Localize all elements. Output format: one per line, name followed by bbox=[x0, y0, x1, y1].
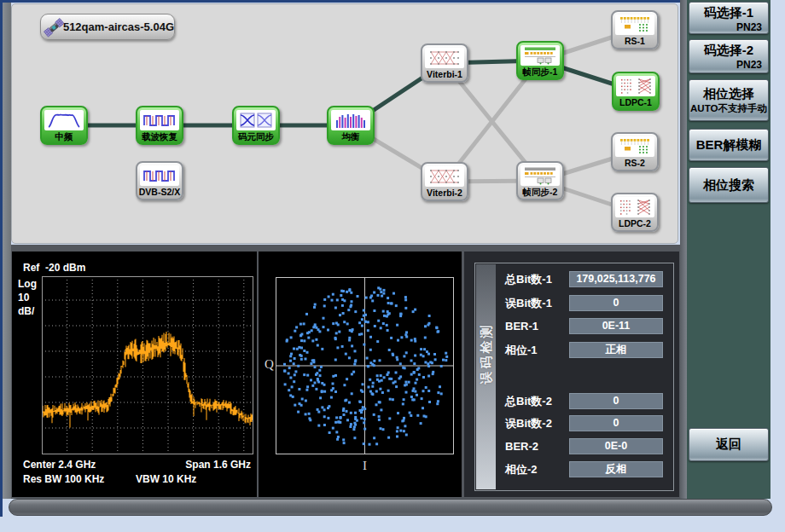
ber-row-label: 相位-1 bbox=[505, 342, 538, 358]
ber-row-value: 179,025,113,776 bbox=[569, 271, 663, 287]
q-axis-label: Q bbox=[265, 357, 274, 372]
trellis-icon bbox=[427, 167, 462, 186]
ref-value: -20 dBm bbox=[45, 262, 85, 274]
spectrum-icon bbox=[47, 111, 81, 130]
node-label: 码元同步 bbox=[238, 130, 274, 143]
ber-row-value: 0E-0 bbox=[569, 438, 663, 454]
signal-title: 512qam-aircas-5.04G bbox=[63, 20, 174, 33]
node-label: LDPC-2 bbox=[619, 217, 651, 230]
ber-row-value: 0 bbox=[569, 415, 663, 431]
i-axis-label: I bbox=[363, 459, 367, 473]
phase-select-button[interactable]: 相位选择 AUTO不支持手动 bbox=[689, 79, 769, 121]
span-freq: Span 1.6 GHz bbox=[185, 459, 251, 471]
node-label: Viterbi-1 bbox=[427, 68, 462, 81]
ber-row-value: 0 bbox=[569, 393, 663, 409]
node-label: 帧同步-1 bbox=[523, 66, 558, 78]
node-frame-sync-1[interactable]: 帧同步-1 bbox=[516, 41, 564, 80]
node-frame-sync-2[interactable]: 帧同步-2 bbox=[516, 161, 564, 200]
ber-row-label: BER-2 bbox=[505, 438, 538, 454]
ref-label: Ref bbox=[23, 262, 39, 274]
scale-10: 10 bbox=[18, 292, 29, 304]
satellite-icon bbox=[43, 14, 65, 40]
node-if[interactable]: 中频 bbox=[40, 106, 88, 145]
node-label: 均衡 bbox=[342, 130, 360, 143]
ber-row-label: 误Bit数-1 bbox=[505, 295, 552, 311]
node-label: 载波恢复 bbox=[142, 130, 177, 143]
ber-side-label: 误码检测 bbox=[478, 322, 494, 384]
bottom-frame-bar bbox=[9, 499, 772, 516]
signal-title-button[interactable]: 512qam-aircas-5.04G bbox=[40, 14, 175, 40]
node-label: 帧同步-2 bbox=[523, 186, 558, 199]
node-label: DVB-S2/X bbox=[139, 186, 180, 199]
ber-row-value: 反相 bbox=[569, 461, 663, 477]
node-symbol-sync[interactable]: 码元同步 bbox=[232, 106, 280, 145]
node-carrier-recovery[interactable]: 载波恢复 bbox=[136, 106, 183, 145]
ber-row-value: 0 bbox=[569, 295, 663, 311]
rs-coder-icon bbox=[618, 15, 652, 34]
back-button[interactable]: 返回 bbox=[689, 428, 769, 461]
eye-diagram-icon bbox=[239, 111, 273, 130]
ldpc-matrix-icon bbox=[619, 77, 653, 95]
frame-structure-icon bbox=[522, 166, 558, 185]
node-label: LDPC-1 bbox=[619, 96, 652, 109]
ber-panel: 误码检测 总Bit数-1 179,025,113,776 误Bit数-1 0 B… bbox=[464, 252, 679, 497]
node-rs-1[interactable]: RS-1 bbox=[611, 10, 659, 49]
center-freq: Center 2.4 GHz bbox=[23, 459, 96, 471]
frame-gray-strip bbox=[3, 3, 11, 499]
ber-deambiguity-button[interactable]: BER解模糊 bbox=[689, 129, 769, 161]
node-dvb-s2x[interactable]: DVB-S2/X bbox=[136, 161, 183, 200]
trellis-icon bbox=[427, 49, 462, 67]
node-viterbi-2[interactable]: Viterbi-2 bbox=[421, 162, 468, 201]
rs-coder-icon bbox=[618, 137, 652, 156]
node-label: 中频 bbox=[55, 130, 73, 143]
node-ldpc-2[interactable]: LDPC-2 bbox=[611, 193, 659, 232]
ber-row-value: 0E-11 bbox=[569, 318, 663, 334]
ldpc-matrix-icon bbox=[618, 198, 652, 217]
node-equalizer[interactable]: 均衡 bbox=[327, 106, 375, 145]
square-wave-icon bbox=[142, 111, 177, 130]
ber-row-label: 总Bit数-2 bbox=[505, 393, 552, 409]
spectrum-panel: Ref -20 dBm Log 10 dB/ Center 2.4 GHz Sp… bbox=[12, 252, 257, 497]
node-label: RS-2 bbox=[625, 157, 645, 170]
ber-row-label: 总Bit数-1 bbox=[505, 271, 552, 287]
constellation-plot bbox=[276, 277, 454, 454]
node-viterbi-1[interactable]: Viterbi-1 bbox=[421, 43, 468, 83]
constellation-panel: Q I bbox=[259, 252, 462, 497]
spectrum-plot bbox=[42, 276, 253, 454]
scale-db: dB/ bbox=[18, 305, 34, 317]
ber-row-label: 误Bit数-2 bbox=[505, 415, 552, 431]
ber-row-value: 正相 bbox=[569, 342, 663, 358]
scale-log: Log bbox=[18, 278, 37, 290]
equalizer-bars-icon bbox=[334, 111, 368, 130]
ber-row-label: 相位-2 bbox=[505, 461, 538, 477]
node-rs-2[interactable]: RS-2 bbox=[611, 132, 659, 171]
sidebar: 码选择-1 PN23 码选择-2 PN23 相位选择 AUTO不支持手动 BER… bbox=[687, 0, 770, 499]
vbw-label: VBW 10 KHz bbox=[136, 473, 196, 485]
node-label: Viterbi-2 bbox=[427, 187, 462, 200]
frame-structure-icon bbox=[522, 46, 558, 65]
square-wave-icon bbox=[142, 166, 177, 185]
code-select-2-button[interactable]: 码选择-2 PN23 bbox=[689, 39, 769, 73]
ber-row-label: BER-1 bbox=[505, 318, 538, 334]
phase-search-button[interactable]: 相位搜索 bbox=[689, 167, 769, 203]
rbw-label: Res BW 100 KHz bbox=[23, 473, 104, 485]
code-select-1-button[interactable]: 码选择-1 PN23 bbox=[689, 2, 769, 34]
node-label: RS-1 bbox=[625, 35, 645, 48]
node-ldpc-1[interactable]: LDPC-1 bbox=[612, 72, 660, 111]
sidebar-edge bbox=[680, 0, 687, 499]
ber-side-strip: 误码检测 bbox=[476, 264, 496, 489]
